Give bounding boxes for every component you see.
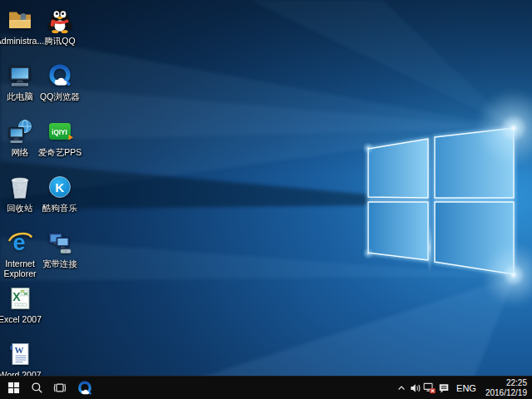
desktop-icon-excel-2007[interactable]: X Excel 2007 — [0, 285, 40, 324]
chevron-up-icon — [397, 383, 406, 393]
desktop-icon-kugou-music[interactable]: K 酷狗音乐 — [40, 174, 80, 213]
tray-action-center[interactable] — [436, 377, 451, 399]
task-view-icon — [53, 382, 66, 394]
task-view-button[interactable] — [48, 377, 71, 399]
excel-x-text: X — [12, 290, 21, 303]
windows-logo-icon — [7, 382, 20, 394]
tray-show-hidden-icons[interactable] — [394, 377, 408, 399]
network-disconnected-icon — [423, 382, 436, 394]
desktop-icon-tencent-qq[interactable]: 腾讯QQ — [40, 7, 80, 46]
icon-label: Administra... — [0, 36, 44, 46]
user-folder-icon — [7, 7, 33, 33]
internet-explorer-icon: e — [7, 229, 33, 256]
desktop-icon-this-pc[interactable]: 此电脑 — [0, 62, 40, 101]
start-button[interactable] — [2, 377, 25, 399]
tray-volume[interactable] — [408, 377, 422, 399]
icon-label: 爱奇艺PPS — [38, 147, 82, 157]
icon-label: 酷狗音乐 — [42, 203, 77, 213]
windows-10-desktop: Administra... 腾讯QQ — [0, 0, 532, 399]
desktop-icon-recycle-bin[interactable]: 回收站 — [0, 174, 40, 213]
wallpaper-windows-hero — [0, 0, 532, 399]
qq-penguin-icon — [47, 7, 73, 33]
qq-browser-icon — [47, 62, 73, 89]
system-tray: ENG 22:25 2016/12/19 — [394, 377, 532, 399]
qq-browser-taskbar-icon — [76, 380, 93, 397]
word-icon: W — [7, 341, 33, 367]
icon-label: QQ浏览器 — [40, 91, 80, 101]
word-w-text: W — [15, 345, 24, 355]
desktop-icon-broadband[interactable]: 宽带连接 — [40, 229, 80, 268]
icon-label: 腾讯QQ — [44, 36, 75, 46]
icon-label: Excel 2007 — [0, 314, 42, 324]
desktop-icon-internet-explorer[interactable]: e Internet Explorer — [0, 229, 40, 278]
this-pc-icon — [7, 62, 33, 89]
kugou-k-text: K — [56, 180, 65, 195]
icon-label: 回收站 — [7, 203, 33, 213]
desktop-icon-qq-browser[interactable]: QQ浏览器 — [40, 62, 80, 101]
kugou-icon: K — [47, 174, 73, 200]
speaker-icon — [410, 382, 421, 394]
recycle-bin-icon — [7, 174, 33, 200]
iqiyi-icon: iQIYI — [47, 118, 73, 145]
tray-date: 2016/12/19 — [485, 388, 527, 398]
tray-network-disconnected[interactable] — [422, 377, 436, 399]
desktop-icon-network[interactable]: 网络 — [0, 118, 40, 157]
icon-label: 此电脑 — [7, 91, 33, 101]
desktop-icon-word-2007[interactable]: W Word 2007 — [0, 341, 40, 380]
desktop-icon-user-folder[interactable]: Administra... — [0, 7, 40, 46]
taskbar: ENG 22:25 2016/12/19 — [0, 376, 532, 399]
tray-clock[interactable]: 22:25 2016/12/19 — [482, 378, 532, 397]
desktop-icon-iqiyi-pps[interactable]: iQIYI 爱奇艺PPS — [40, 118, 80, 157]
icon-label: 网络 — [12, 147, 29, 157]
tray-language-indicator[interactable]: ENG — [451, 377, 482, 399]
search-button[interactable] — [25, 377, 48, 399]
tray-time: 22:25 — [485, 378, 527, 388]
taskbar-app-qq-browser[interactable] — [71, 377, 97, 399]
icon-label: 宽带连接 — [42, 259, 77, 268]
iqiyi-logo-text: iQIYI — [52, 129, 67, 136]
excel-icon: X — [7, 285, 33, 312]
search-icon — [31, 382, 43, 394]
broadband-connection-icon — [47, 229, 73, 256]
network-icon — [7, 118, 33, 145]
icon-label: Internet Explorer — [0, 259, 42, 278]
action-center-icon — [438, 382, 450, 394]
